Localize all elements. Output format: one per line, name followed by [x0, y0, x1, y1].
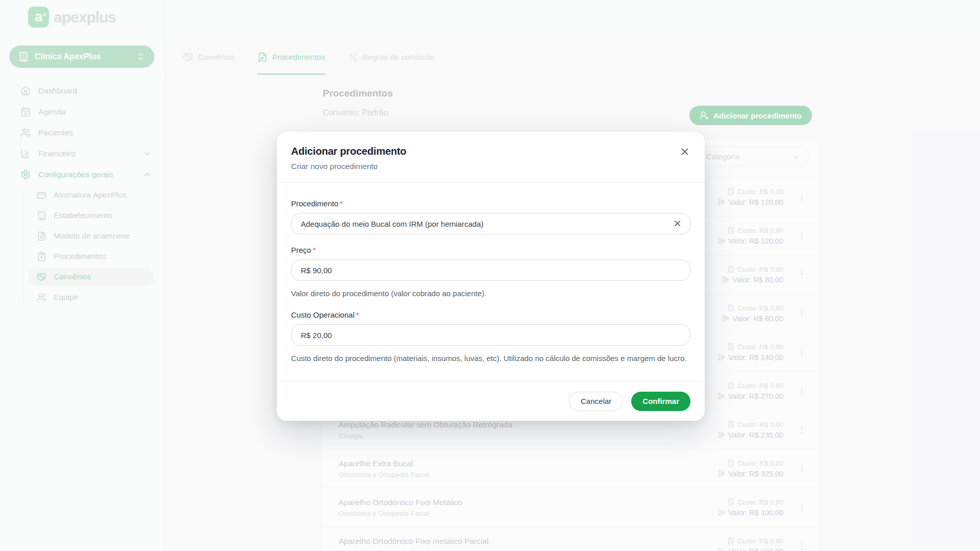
cost-field-label: Custo Operacional*: [291, 310, 690, 319]
price-field-label: Preço*: [291, 246, 690, 254]
dialog-close-button[interactable]: [678, 145, 691, 158]
add-procedure-dialog: Adicionar procedimento Criar novo proced…: [277, 132, 705, 421]
required-marker: *: [340, 199, 343, 208]
dialog-subtitle: Criar novo procedimento: [291, 162, 690, 171]
price-input[interactable]: [291, 259, 690, 281]
required-marker: *: [313, 246, 316, 254]
confirm-button[interactable]: Confirmar: [631, 392, 690, 411]
price-help-text: Valor direto do procedimento (valor cobr…: [291, 288, 690, 299]
procedure-input[interactable]: [291, 213, 690, 234]
cost-help-text: Custo direto do procedimento (materiais,…: [291, 353, 690, 364]
dialog-title: Adicionar procedimento: [291, 146, 690, 157]
cancel-button[interactable]: Cancelar: [569, 392, 623, 411]
clear-icon: [673, 219, 682, 228]
clear-procedure-button[interactable]: [672, 219, 682, 229]
operational-cost-input[interactable]: [291, 324, 690, 346]
close-icon: [679, 146, 690, 157]
required-marker: *: [356, 310, 359, 319]
procedure-field-label: Procedimento*: [291, 199, 690, 208]
